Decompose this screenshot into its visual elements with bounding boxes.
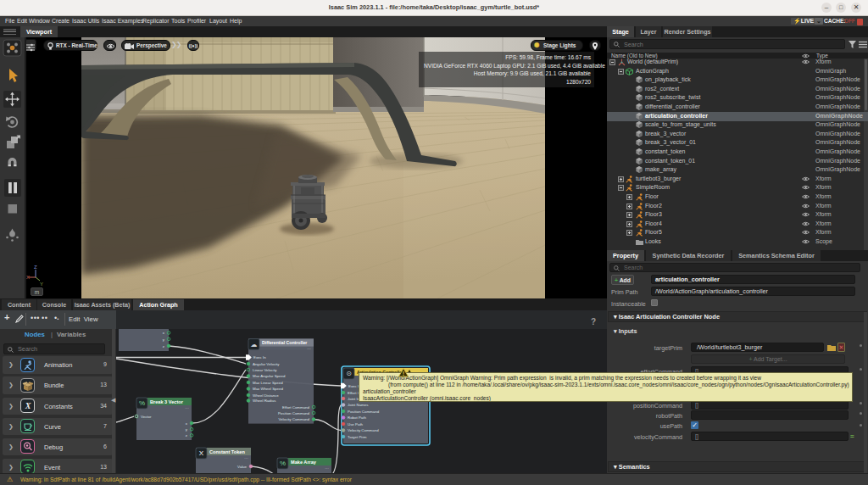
svg-text:Target Prim: Target Prim <box>348 435 367 439</box>
svg-text:Joint Names: Joint Names <box>348 403 369 407</box>
svg-text:Wheel Distance: Wheel Distance <box>253 393 279 398</box>
svg-text:z: z <box>186 433 187 438</box>
svg-text:…: … <box>325 465 329 470</box>
svg-text:Use Path: Use Path <box>348 422 364 426</box>
svg-text:Robot Path: Robot Path <box>348 415 367 420</box>
svg-text:⊙: ⊙ <box>346 370 352 377</box>
svg-text:Vector: Vector <box>141 415 152 419</box>
svg-text:…: … <box>244 454 248 460</box>
svg-text:Wheel Radius: Wheel Radius <box>253 399 276 403</box>
svg-text:…: … <box>307 345 311 350</box>
svg-text:Position Command: Position Command <box>348 410 380 414</box>
svg-text:…: … <box>185 404 189 410</box>
svg-text:Linear Velocity: Linear Velocity <box>253 368 277 372</box>
svg-text:Break 3 Vector: Break 3 Vector <box>150 399 184 404</box>
svg-text:%: % <box>139 399 145 407</box>
svg-text:X: X <box>26 275 30 280</box>
svg-text:Position Command: Position Command <box>278 411 310 415</box>
svg-text:Differential Controller: Differential Controller <box>262 340 307 345</box>
svg-text:☁: ☁ <box>251 341 258 348</box>
svg-text:Max Wheel Speed: Max Wheel Speed <box>253 387 283 391</box>
svg-text:!: ! <box>403 371 404 376</box>
svg-text:Make Array: Make Array <box>291 460 317 465</box>
svg-text:Z: Z <box>34 265 37 270</box>
svg-text:Max Linear Speed: Max Linear Speed <box>253 381 283 385</box>
svg-text:Value: Value <box>237 465 247 469</box>
svg-text:Constant Token: Constant Token <box>209 449 245 454</box>
svg-text:z: z <box>163 344 164 348</box>
svg-text:Max Angular Speed: Max Angular Speed <box>253 374 286 378</box>
svg-text:%: % <box>280 460 286 467</box>
svg-text:X: X <box>199 449 204 457</box>
svg-text:Exec In: Exec In <box>253 355 266 360</box>
svg-text:Effort Command: Effort Command <box>282 405 309 410</box>
svg-text:Y: Y <box>40 282 43 287</box>
svg-text:Velocity Command: Velocity Command <box>348 428 379 432</box>
svg-text:Velocity Command: Velocity Command <box>278 417 309 421</box>
svg-text:Angular Velocity: Angular Velocity <box>253 362 280 366</box>
